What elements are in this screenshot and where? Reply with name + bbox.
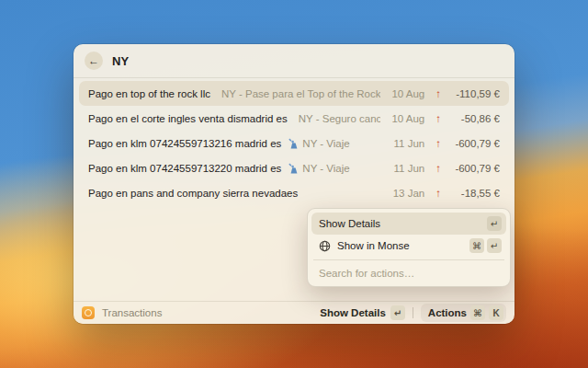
actions-panel: Show Details ↵ Show in Monse ⌘ ↵ [307, 208, 511, 287]
footer-actions-label: Actions [428, 307, 467, 318]
action-show-in-monse[interactable]: Show in Monse ⌘ ↵ [311, 235, 506, 257]
transaction-date: 13 Jan [388, 188, 424, 199]
transaction-row[interactable]: Pago en klm 07424559713216 madrid es NY … [79, 131, 509, 155]
transaction-date: 10 Aug [388, 113, 424, 124]
transaction-row[interactable]: Pago en top of the rock llc NY - Pase pa… [79, 81, 509, 106]
transaction-tag: NY - Pase para el Top of the Rock [218, 88, 380, 99]
command-key-icon: ⌘ [470, 305, 485, 320]
transaction-list: Pago en top of the rock llc NY - Pase pa… [74, 78, 514, 205]
footer-show-details-button[interactable]: Show Details ↵ [320, 305, 405, 320]
transaction-tag-label: NY - Seguro cancelación Hotel [299, 113, 381, 124]
transaction-tag-label: NY - Pase para el Top of the Rock [221, 88, 380, 99]
command-key-icon: ⌘ [469, 238, 484, 253]
transaction-title: Pago en pans and company sierra nevadaes [88, 188, 298, 199]
panel-divider [313, 259, 504, 260]
transaction-amount: -18,55 € [445, 188, 500, 199]
transaction-row[interactable]: Pago en pans and company sierra nevadaes… [79, 180, 509, 205]
transaction-tag: NY - Viaje [288, 163, 349, 174]
footer-primary-label: Show Details [320, 307, 386, 318]
k-key-icon: K [489, 305, 503, 320]
arrow-up-icon: ↑ [435, 113, 441, 124]
transaction-amount: -110,59 € [445, 88, 500, 99]
transaction-title: Pago en klm 07424559713216 madrid es [88, 138, 281, 149]
statue-of-liberty-icon [288, 138, 299, 149]
transaction-tag-label: NY - Viaje [302, 138, 349, 149]
actions-search-input[interactable]: Search for actions… [311, 264, 506, 282]
transaction-amount: -600,79 € [445, 138, 500, 149]
footer-bar: Transactions Show Details ↵ Actions ⌘ K [74, 301, 514, 324]
return-key-icon: ↵ [487, 238, 502, 253]
transaction-amount: -600,79 € [445, 163, 500, 174]
launcher-window: ← NY Pago en top of the rock llc NY - Pa… [74, 44, 514, 324]
transaction-date: 10 Aug [388, 88, 424, 99]
transaction-tag: NY - Viaje [288, 138, 349, 149]
transaction-title: Pago en klm 07424559713220 madrid es [88, 163, 281, 174]
arrow-up-icon: ↑ [435, 138, 441, 149]
transaction-date: 11 Jun [388, 163, 424, 174]
transaction-row[interactable]: Pago en klm 07424559713220 madrid es NY … [79, 155, 509, 180]
transaction-date: 11 Jun [388, 138, 424, 149]
search-input[interactable]: NY [112, 54, 129, 68]
transaction-title: Pago en top of the rock llc [88, 88, 210, 99]
transaction-row[interactable]: Pago en el corte ingles venta dismadrid … [79, 106, 509, 131]
return-key-icon: ↵ [390, 305, 405, 320]
action-label: Show Details [319, 218, 380, 229]
statue-of-liberty-icon [288, 163, 299, 174]
return-key-icon: ↵ [487, 216, 502, 231]
transactions-app-icon [82, 306, 95, 319]
back-arrow-icon: ← [88, 55, 99, 66]
transaction-amount: -50,86 € [445, 113, 500, 124]
action-label: Show in Monse [337, 240, 410, 251]
footer-actions-button[interactable]: Actions ⌘ K [421, 304, 506, 322]
transaction-tag-label: NY - Viaje [302, 163, 349, 174]
arrow-up-icon: ↑ [435, 163, 441, 174]
globe-icon [319, 240, 331, 252]
transaction-title: Pago en el corte ingles venta dismadrid … [88, 113, 288, 124]
action-show-details[interactable]: Show Details ↵ [311, 213, 506, 235]
back-button[interactable]: ← [85, 52, 103, 70]
footer-divider [413, 307, 413, 318]
desktop-wallpaper: ← NY Pago en top of the rock llc NY - Pa… [0, 0, 588, 368]
arrow-up-icon: ↑ [435, 88, 441, 99]
footer-app-name: Transactions [102, 307, 162, 318]
arrow-up-icon: ↑ [435, 188, 441, 199]
header: ← NY [74, 44, 514, 78]
transaction-tag: NY - Seguro cancelación Hotel [295, 113, 381, 124]
